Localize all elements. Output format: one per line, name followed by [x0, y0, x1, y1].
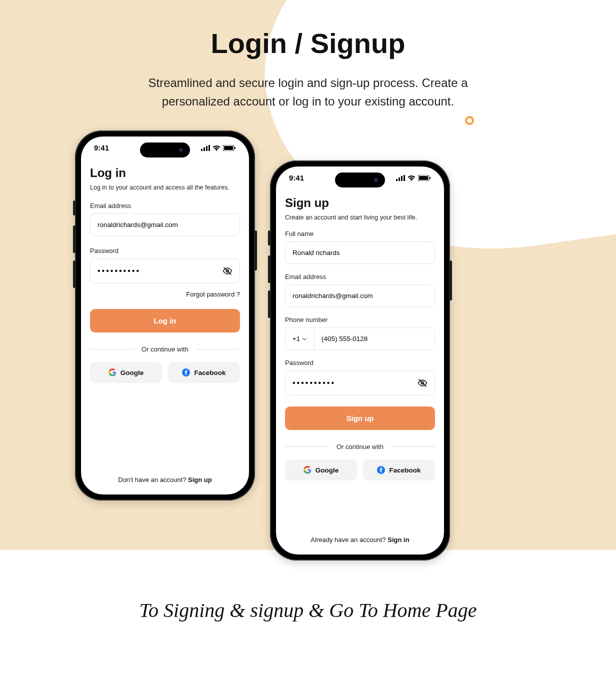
signup-subtitle: Create an account and start living your … [285, 214, 435, 221]
signup-email-field[interactable] [285, 284, 435, 307]
phone-login: 9:41 Log in Log in to your account and a… [75, 130, 255, 500]
svg-rect-6 [234, 147, 236, 149]
svg-rect-2 [206, 146, 208, 151]
phone-side-button [268, 256, 270, 283]
login-divider: Or continue with [90, 346, 240, 353]
footer-script-text: To Signing & signup & Go To Home Page [0, 598, 616, 622]
facebook-label: Facebook [194, 369, 226, 376]
svg-rect-3 [208, 145, 210, 151]
svg-rect-10 [396, 179, 398, 181]
dynamic-island [140, 142, 190, 158]
signup-fullname-input[interactable] [292, 249, 428, 256]
signup-fullname-field[interactable] [285, 242, 435, 264]
page-title: Login / Signup [0, 27, 616, 60]
facebook-icon [377, 466, 385, 474]
login-password-field[interactable] [90, 258, 240, 284]
phone-side-button [450, 260, 452, 300]
signup-password-label: Password [285, 359, 435, 366]
phone-side-button [73, 226, 76, 253]
cellular-icon [201, 145, 210, 151]
login-email-field[interactable] [90, 214, 240, 236]
login-password-input[interactable] [98, 266, 218, 276]
page-subtitle: Streamlined and secure login and sign-up… [118, 74, 498, 110]
wifi-icon [212, 145, 220, 151]
battery-icon [223, 145, 236, 151]
login-email-label: Email address [90, 202, 240, 210]
signup-title: Sign up [285, 196, 435, 210]
svg-rect-15 [419, 176, 428, 180]
signup-email-input[interactable] [292, 292, 428, 300]
facebook-signup-button[interactable]: Facebook [363, 460, 435, 480]
phone-side-button [268, 290, 270, 318]
signup-password-field[interactable] [285, 370, 435, 396]
signup-email-label: Email address [285, 273, 435, 280]
phone-side-button [254, 230, 257, 270]
battery-icon [418, 175, 431, 181]
eye-off-icon[interactable] [418, 378, 428, 388]
phone-signup: 9:41 Sign up Create an account and start… [270, 160, 450, 560]
status-time: 9:41 [94, 144, 109, 152]
svg-rect-13 [404, 175, 405, 181]
facebook-login-button[interactable]: Facebook [168, 362, 240, 383]
status-time: 9:41 [289, 174, 304, 182]
signup-button[interactable]: Sign up [285, 406, 435, 430]
google-signup-button[interactable]: Google [285, 460, 357, 480]
svg-rect-1 [204, 148, 205, 151]
wifi-icon [408, 175, 416, 181]
login-password-label: Password [90, 247, 240, 254]
signup-phone-input[interactable] [314, 328, 434, 350]
google-label: Google [120, 369, 144, 376]
google-label: Google [316, 466, 339, 474]
signup-divider: Or continue with [285, 443, 435, 450]
signup-phone-field[interactable]: +1 [285, 328, 435, 350]
svg-rect-11 [398, 178, 400, 181]
svg-rect-12 [401, 176, 402, 181]
forgot-password-link[interactable]: Forgot password ? [90, 290, 240, 298]
phone-side-button [73, 260, 76, 288]
signup-switch-note: Already have an account? Sign in [276, 536, 444, 544]
svg-rect-0 [201, 149, 202, 151]
login-title: Log in [90, 166, 240, 180]
google-icon [108, 368, 116, 376]
cellular-icon [396, 175, 405, 181]
eye-off-icon[interactable] [222, 266, 232, 276]
facebook-icon [182, 368, 190, 376]
login-email-input[interactable] [98, 221, 232, 228]
signup-password-input[interactable] [292, 378, 412, 388]
svg-rect-5 [224, 146, 233, 150]
facebook-label: Facebook [389, 466, 420, 474]
signup-fullname-label: Full name [285, 230, 435, 238]
signup-phone-label: Phone number [285, 316, 435, 324]
google-login-button[interactable]: Google [90, 362, 162, 383]
phone-side-button [73, 200, 76, 216]
dynamic-island [335, 172, 385, 188]
phone-side-button [268, 230, 270, 246]
google-icon [304, 466, 312, 474]
signup-link[interactable]: Sign up [188, 476, 212, 484]
svg-rect-16 [430, 177, 430, 179]
chevron-down-icon [302, 336, 307, 342]
login-button[interactable]: Log in [90, 309, 240, 332]
signin-link[interactable]: Sign in [388, 536, 409, 544]
login-subtitle: Log in to your account and access all th… [90, 184, 240, 191]
dial-code-select[interactable]: +1 [286, 328, 314, 350]
login-switch-note: Don't have an account? Sign up [81, 476, 249, 484]
